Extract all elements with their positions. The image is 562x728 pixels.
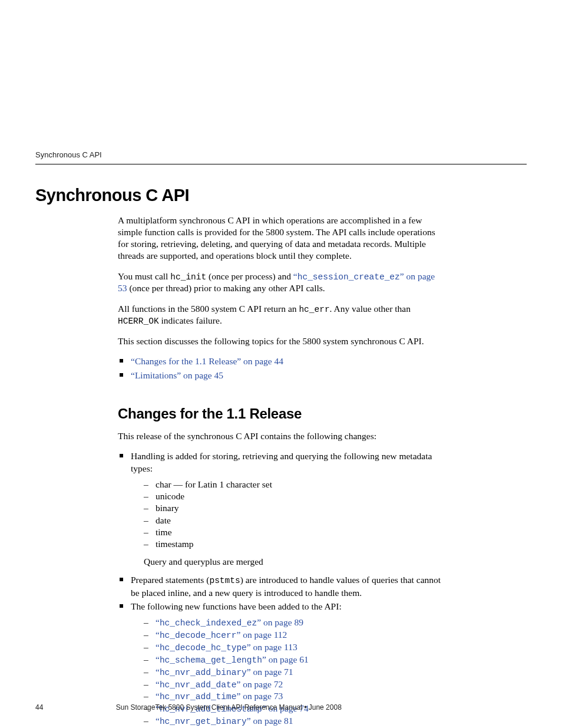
list-item: “Changes for the 1.1 Release” on page 44 xyxy=(118,355,444,368)
list-item: “hc_nvr_add_date” on page 72 xyxy=(144,678,444,691)
topics-list: “Changes for the 1.1 Release” on page 44… xyxy=(118,355,444,382)
func-code: hc_decode_hcerr xyxy=(160,631,237,640)
func-code: hc_nvr_add_time xyxy=(160,692,237,701)
text: (once per process) and xyxy=(206,271,293,281)
list-item: “hc_nvr_add_time” on page 73 xyxy=(144,690,444,703)
text: Prepared statements ( xyxy=(131,575,209,585)
list-item: Handling is added for storing, retrievin… xyxy=(118,450,444,568)
func-code: hc_nvr_add_binary xyxy=(160,668,247,677)
code-hcerr-ok: HCERR_OK xyxy=(118,317,159,326)
link-tail: on page 71 xyxy=(251,667,293,677)
link-tail: on page 73 xyxy=(240,691,283,701)
link-func[interactable]: “hc_check_indexed_ez” on page 89 xyxy=(156,617,303,627)
link-changes-release[interactable]: “Changes for the 1.1 Release” on page 44 xyxy=(131,356,283,366)
text: All functions in the 5800 system C API r… xyxy=(118,304,299,314)
page-number: 44 xyxy=(35,703,43,711)
link-func[interactable]: “hc_schema_get_length” on page 61 xyxy=(156,654,309,664)
running-header-rule xyxy=(35,164,527,164)
list-item: “hc_decode_hc_type” on page 113 xyxy=(144,641,444,654)
link-func[interactable]: “hc_nvr_add_time” on page 73 xyxy=(156,691,283,701)
page-footer: 44 Sun StorageTek 5800 System Client API… xyxy=(35,703,527,711)
text: . Any value other than xyxy=(330,304,411,314)
list-item: char — for Latin 1 character set xyxy=(144,479,444,490)
page: Synchronous C API Synchronous C API A mu… xyxy=(0,0,562,728)
link-func[interactable]: “hc_decode_hcerr” on page 112 xyxy=(156,630,287,640)
list-item: “hc_nvr_add_binary” on page 71 xyxy=(144,666,444,678)
list-item: “hc_schema_get_length” on page 61 xyxy=(144,654,444,666)
content-area: Synchronous C API A multiplatform synchr… xyxy=(35,180,444,728)
changes-section: Changes for the 1.1 Release This release… xyxy=(118,406,444,728)
func-code: hc_check_indexed_ez xyxy=(160,618,257,628)
list-item: unicode xyxy=(144,490,444,502)
text: The following new functions have been ad… xyxy=(131,601,342,611)
running-header-text: Synchronous C API xyxy=(35,150,527,163)
text: (once per thread) prior to making any ot… xyxy=(127,283,325,293)
link-tail: on page 113 xyxy=(251,642,297,652)
func-code: hc_nvr_add_date xyxy=(160,680,237,690)
return-paragraph: All functions in the 5800 system C API r… xyxy=(118,303,444,328)
intro-paragraph: A multiplatform synchronous C API in whi… xyxy=(118,215,444,262)
list-item: “hc_check_indexed_ez” on page 89 xyxy=(144,617,444,629)
list-item: “Limitations” on page 45 xyxy=(118,370,444,382)
link-tail: on page 112 xyxy=(240,630,287,640)
code-hc-err: hc_err xyxy=(299,305,329,314)
list-item: timestamp xyxy=(144,538,444,550)
init-paragraph: You must call hc_init (once per process)… xyxy=(118,271,444,295)
func-code: hc_nvr_get_binary xyxy=(160,717,247,726)
link-limitations[interactable]: “Limitations” on page 45 xyxy=(131,370,223,380)
body-block: A multiplatform synchronous C API in whi… xyxy=(118,215,444,382)
subsection-title: Changes for the 1.1 Release xyxy=(118,406,444,422)
list-item: date xyxy=(144,515,444,526)
text: Handling is added for storing, retrievin… xyxy=(131,451,432,473)
publication-info: Sun StorageTek 5800 System Client API Re… xyxy=(116,703,342,711)
link-func[interactable]: “hc_nvr_add_date” on page 72 xyxy=(156,679,283,689)
text: indicates failure. xyxy=(159,315,222,325)
changes-list: Handling is added for storing, retrievin… xyxy=(118,450,444,728)
list-item: “hc_decode_hcerr” on page 112 xyxy=(144,629,444,641)
topics-intro: This section discusses the following top… xyxy=(118,335,444,347)
text: You must call xyxy=(118,271,170,281)
code-pstmts: pstmts xyxy=(209,576,240,585)
link-func[interactable]: “hc_nvr_get_binary” on page 81 xyxy=(156,716,293,726)
merged-note: Query and queryplus are merged xyxy=(144,556,444,568)
link-tail: on page 81 xyxy=(251,716,293,726)
code-hc-session-create-ez: hc_session_create_ez xyxy=(297,272,400,282)
changes-intro: This release of the synchronous C API co… xyxy=(118,430,444,442)
section-title: Synchronous C API xyxy=(35,186,444,205)
types-list: char — for Latin 1 character set unicode… xyxy=(144,479,444,550)
list-item: Prepared statements (pstmts) are introdu… xyxy=(118,574,444,599)
list-item: time xyxy=(144,526,444,538)
link-func[interactable]: “hc_nvr_add_binary” on page 71 xyxy=(156,667,293,677)
link-tail: on page 61 xyxy=(266,654,309,664)
link-tail: on page 72 xyxy=(240,679,283,689)
func-code: hc_schema_get_length xyxy=(160,655,262,665)
code-hc-init: hc_init xyxy=(170,272,206,282)
link-tail: on page 89 xyxy=(261,617,303,627)
list-item: binary xyxy=(144,502,444,514)
running-header: Synchronous C API xyxy=(35,150,527,164)
link-func[interactable]: “hc_decode_hc_type” on page 113 xyxy=(156,642,297,652)
list-item: “hc_nvr_get_binary” on page 81 xyxy=(144,715,444,727)
func-code: hc_decode_hc_type xyxy=(160,643,247,653)
